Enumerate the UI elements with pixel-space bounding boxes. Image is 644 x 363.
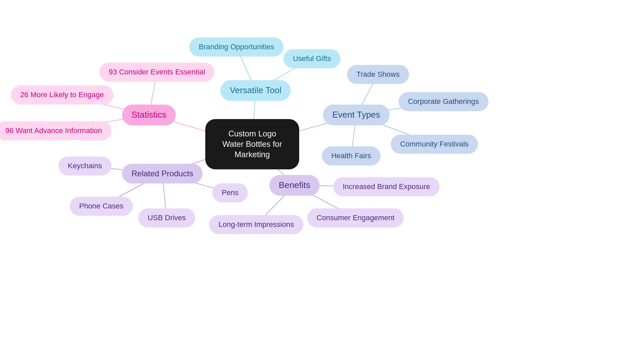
node-consumer-engagement: Consumer Engagement (307, 208, 404, 228)
node-versatile-tool: Versatile Tool (220, 80, 291, 101)
node-more-engage: 26 More Likely to Engage (11, 85, 113, 105)
node-branding-opportunities: Branding Opportunities (189, 38, 283, 57)
node-long-term: Long-term Impressions (209, 215, 304, 234)
node-consider93: 93 Consider Events Essential (99, 63, 214, 82)
node-benefits: Benefits (269, 175, 320, 196)
node-related-products: Related Products (122, 164, 203, 183)
node-usb-drives: USB Drives (138, 208, 195, 228)
node-trade-shows: Trade Shows (347, 65, 409, 84)
node-advance96: 96 Want Advance Information (0, 121, 111, 140)
node-corporate-gatherings: Corporate Gatherings (398, 92, 488, 111)
node-keychains: Keychains (58, 157, 111, 176)
node-health-fairs: Health Fairs (322, 146, 381, 166)
node-phone-cases: Phone Cases (70, 197, 133, 216)
node-pens: Pens (212, 183, 248, 202)
node-increased-brand: Increased Brand Exposure (333, 177, 440, 196)
node-community-festivals: Community Festivals (391, 135, 478, 154)
node-useful-gifts: Useful Gifts (283, 49, 340, 68)
node-statistics: Statistics (122, 105, 176, 125)
center-node: Custom Logo Water Bottles for Marketing (205, 119, 299, 169)
node-event-types: Event Types (323, 105, 390, 125)
